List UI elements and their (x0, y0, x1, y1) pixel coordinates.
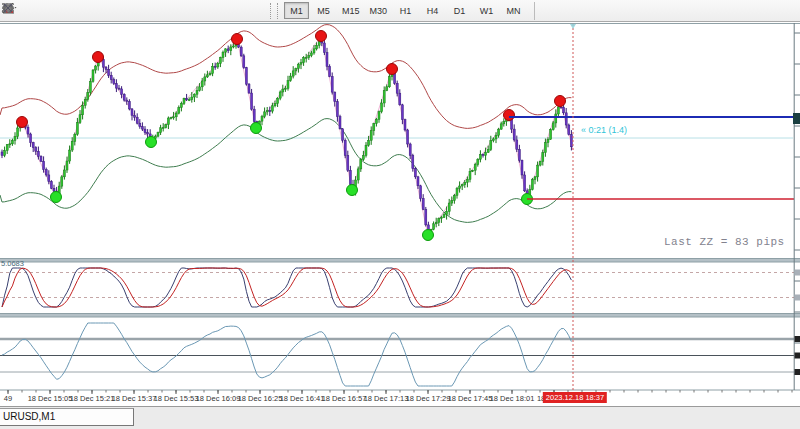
text-tool-button[interactable]: A (98, 1, 121, 20)
oscillator-line (2, 323, 571, 386)
panel-separator[interactable] (0, 259, 800, 263)
axis-level-tag (795, 336, 800, 342)
timeframe-h4-button[interactable]: H4 (420, 2, 445, 19)
chart-area: 5.0683 « 0:21 (1.4) Last ZZ = 83 pips 49… (0, 23, 800, 406)
axis-level-tag (795, 270, 800, 276)
price-chart-canvas[interactable] (0, 23, 800, 406)
trendline-tool-button[interactable] (26, 1, 49, 20)
drawing-tools-group: AT (2, 1, 265, 20)
time-axis: 4918 Dec 15:0518 Dec 15:2118 Dec 15:3718… (0, 394, 800, 406)
zigzag-peak-dot (93, 52, 104, 63)
zigzag-peak-dot (555, 96, 566, 107)
last-zz-annotation: Last ZZ = 83 pips (664, 236, 785, 248)
time-axis-label: 18 Dec 17:13 (364, 394, 409, 403)
equidistant-channel-tool-button[interactable] (74, 1, 97, 20)
time-axis-label: 18 Dec 15:37 (112, 394, 157, 403)
zigzag-peak-dot (387, 64, 398, 75)
cursor-timestamp-badge: 2023.12.18 18:37 (543, 392, 607, 403)
zigzag-trough-dot (423, 230, 434, 241)
panel-separator[interactable] (0, 314, 800, 318)
zigzag-trough-dot (251, 123, 262, 134)
zigzag-trough-dot (347, 185, 358, 196)
axis-level-tag (795, 353, 800, 359)
upper-envelope-band (0, 25, 571, 129)
time-axis-label: 18 Dec 16:57 (322, 394, 367, 403)
arrows-icon (0, 0, 17, 16)
text-label-tool-button[interactable]: T (122, 1, 145, 20)
timeframe-m15-button[interactable]: M15 (338, 2, 364, 19)
timeframe-w1-button[interactable]: W1 (474, 2, 499, 19)
zigzag-trough-dot (146, 137, 157, 148)
zigzag-trough-dot (51, 192, 62, 203)
time-axis-label: 18 Dec 16:09 (196, 394, 241, 403)
time-axis-label: 18 Dec 15:53 (154, 394, 199, 403)
candle-series (1, 38, 572, 236)
chart-tab-bar: URUSD,M1 (0, 406, 800, 429)
chart-tab-eurusd-m1[interactable]: URUSD,M1 (0, 408, 134, 426)
current-bar-marker (570, 24, 576, 29)
lower-envelope-band (0, 119, 571, 223)
current-price-tag (793, 113, 800, 124)
time-axis-label: 18 Dec 18:01 (490, 394, 535, 403)
time-axis-label: 18 Dec 15:05 (28, 394, 73, 403)
toolbar: AT M1M5M15M30H1H4D1W1MN (0, 0, 800, 22)
toolbar-separator (270, 3, 278, 19)
zigzag-dots (17, 31, 566, 241)
zigzag-peak-dot (232, 34, 243, 45)
arrows-tool-button[interactable] (242, 1, 265, 20)
zigzag-peak-dot (504, 110, 515, 121)
timeframe-m1-button[interactable]: M1 (284, 2, 309, 19)
parallel-lines-tool-button[interactable] (170, 1, 193, 20)
triangle-tool-button[interactable] (194, 1, 217, 20)
time-axis-label: 49 (4, 394, 12, 403)
time-axis-label: 18 Dec 17:29 (406, 394, 451, 403)
angle-tool-button[interactable] (218, 1, 241, 20)
timeframe-mn-button[interactable]: MN (501, 2, 526, 19)
time-axis-label: 18 Dec 15:21 (70, 394, 115, 403)
axis-level-tag (795, 369, 800, 375)
timeframe-group: M1M5M15M30H1H4D1W1MN (283, 2, 527, 19)
indicator-value-label: 5.0683 (1, 259, 24, 268)
timeframe-m30-button[interactable]: M30 (366, 2, 392, 19)
zigzag-peak-dot (316, 31, 327, 42)
timeframe-h1-button[interactable]: H1 (393, 2, 418, 19)
time-axis-label: 18 Dec 16:25 (238, 394, 283, 403)
toolbar-divider (534, 2, 535, 20)
stoch-signal-line (2, 268, 571, 307)
stoch-main-line (2, 268, 571, 307)
timeframe-d1-button[interactable]: D1 (447, 2, 472, 19)
axis-level-tag (795, 295, 800, 301)
time-axis-label: 18 Dec 16:41 (280, 394, 325, 403)
fibonacci-tool-button[interactable] (50, 1, 73, 20)
mt4-window: AT M1M5M15M30H1H4D1W1MN 5.0683 « 0:21 (1… (0, 0, 800, 429)
rectangle-tool-button[interactable] (146, 1, 169, 20)
bar-countdown-label: « 0:21 (1.4) (581, 125, 627, 135)
time-axis-label: 18 Dec 17:45 (448, 394, 493, 403)
timeframe-m5-button[interactable]: M5 (311, 2, 336, 19)
zigzag-peak-dot (17, 117, 28, 128)
